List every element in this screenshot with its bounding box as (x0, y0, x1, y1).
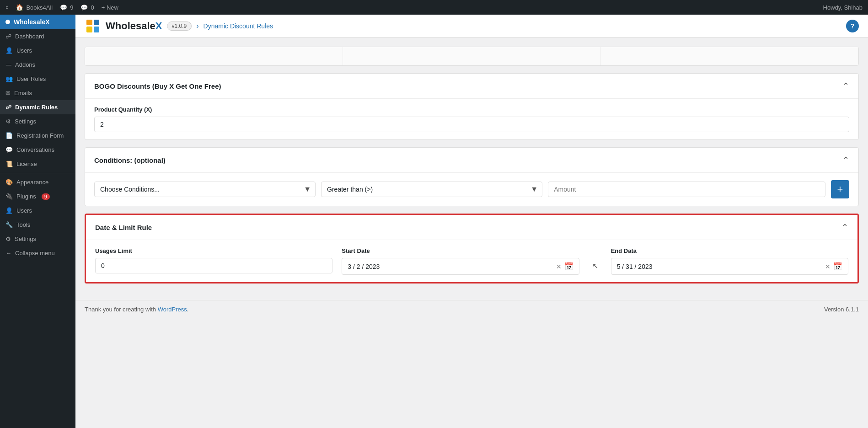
collapse-icon: ← (5, 250, 11, 257)
date-limit-title: Date & Limit Rule (95, 224, 152, 231)
logo-sq-yellow (86, 27, 92, 32)
start-date-wrapper: ✕ 📅 (342, 258, 579, 275)
placeholder-item-1 (85, 47, 343, 65)
breadcrumb-link[interactable]: Dynamic Discount Rules (204, 22, 273, 30)
sidebar-item-appearance[interactable]: 🎨 Appearance (0, 175, 75, 189)
brand-dot-icon (5, 20, 10, 24)
choose-conditions-select[interactable]: Choose Conditions... (94, 182, 316, 197)
amount-input[interactable] (548, 182, 825, 197)
users-icon: 👤 (5, 47, 13, 54)
dynamic-rules-icon: ☍ (5, 104, 11, 111)
cursor-icon: ↖ (592, 262, 598, 270)
appearance-icon: 🎨 (5, 179, 13, 186)
sidebar: WholesaleX ☍ Dashboard 👤 Users ⸻ Addons … (0, 15, 75, 428)
admin-bar: ▫ 🏠 Books4All 💬 9 💬 0 + New Howdy, Shiha… (0, 0, 868, 15)
choose-conditions-wrapper: Choose Conditions... ▼ (94, 182, 316, 197)
comments-link[interactable]: 💬 9 (60, 4, 73, 11)
logo-sq-blue-light (94, 27, 100, 32)
date-fields-row: Usages Limit Start Date ✕ 📅 (86, 240, 857, 282)
sidebar-item-addons[interactable]: ⸻ Addons (0, 58, 75, 72)
date-limit-card: Date & Limit Rule ⌃ Usages Limit Start D… (85, 214, 859, 284)
sidebar-item-user-roles[interactable]: 👥 User Roles (0, 72, 75, 86)
start-date-input[interactable] (348, 263, 554, 270)
license-icon: 📜 (5, 160, 13, 167)
plugins-icon: 🔌 (5, 193, 13, 200)
footer-text: Thank you for creating with WordPress. (85, 306, 188, 313)
addons-icon: ⸻ (5, 61, 11, 68)
sidebar-item-users-wp[interactable]: 👤 Users (0, 203, 75, 218)
quantity-label: Product Quantity (X) (94, 106, 849, 113)
start-date-calendar-icon[interactable]: 📅 (564, 262, 573, 271)
placeholder-item-2 (343, 47, 601, 65)
bogo-title: BOGO Discounts (Buy X Get One Free) (94, 82, 221, 90)
end-date-field: End Data ✕ 📅 (611, 247, 848, 275)
start-date-clear-icon[interactable]: ✕ (556, 263, 562, 270)
tools-icon: 🔧 (5, 221, 13, 228)
page-footer: Thank you for creating with WordPress. V… (75, 300, 868, 318)
conditions-card-header: Conditions: (optional) ⌃ (85, 148, 858, 173)
sidebar-item-conversations[interactable]: 💬 Conversations (0, 143, 75, 157)
bubbles-link[interactable]: 💬 0 (80, 4, 94, 11)
bogo-card-body: Product Quantity (X) (85, 99, 858, 139)
emails-icon: ✉ (5, 90, 11, 96)
operator-wrapper: Greater than (>)Less than (<)Equal to (=… (321, 182, 542, 197)
start-date-field: Start Date ✕ 📅 (342, 247, 579, 275)
sidebar-brand[interactable]: WholesaleX (0, 15, 75, 29)
site-name[interactable]: 🏠 Books4All (16, 4, 53, 11)
wholesalex-logo (85, 18, 101, 34)
sidebar-item-dynamic-rules[interactable]: ☍ Dynamic Rules (0, 100, 75, 114)
sidebar-item-plugins[interactable]: 🔌 Plugins 9 (0, 189, 75, 203)
bogo-card-header: BOGO Discounts (Buy X Get One Free) ⌃ (85, 74, 858, 99)
end-date-wrapper: ✕ 📅 (611, 258, 848, 275)
wp-logo[interactable]: ▫ (5, 3, 8, 12)
quantity-input[interactable] (94, 117, 849, 132)
end-date-clear-icon[interactable]: ✕ (825, 263, 830, 270)
page-content: BOGO Discounts (Buy X Get One Free) ⌃ Pr… (75, 37, 868, 300)
version-text: Version 6.1.1 (824, 306, 859, 313)
sidebar-item-tools[interactable]: 🔧 Tools (0, 218, 75, 232)
wordpress-link[interactable]: WordPress (158, 306, 187, 313)
placeholder-item-3 (601, 47, 858, 65)
conditions-collapse-icon[interactable]: ⌃ (842, 155, 849, 165)
registration-form-icon: 📄 (5, 132, 13, 139)
add-condition-button[interactable]: + (831, 180, 849, 198)
usages-limit-input[interactable] (95, 258, 332, 273)
howdy-text: Howdy, Shihab (823, 4, 863, 11)
date-limit-collapse-icon[interactable]: ⌃ (841, 222, 848, 232)
cursor-area: ↖ (589, 247, 602, 275)
sidebar-item-collapse[interactable]: ← Collapse menu (0, 246, 75, 260)
sidebar-divider (0, 173, 75, 173)
settings-wp-icon: ⚙ (5, 235, 11, 242)
users-wp-icon: 👤 (5, 207, 13, 214)
sidebar-item-settings[interactable]: ⚙ Settings (0, 114, 75, 128)
dashboard-icon: ☍ (5, 33, 11, 40)
bogo-card: BOGO Discounts (Buy X Get One Free) ⌃ Pr… (85, 73, 859, 140)
usages-limit-label: Usages Limit (95, 247, 332, 254)
version-badge: v1.0.9 (167, 21, 192, 31)
conversations-icon: 💬 (5, 146, 13, 153)
sidebar-item-dashboard[interactable]: ☍ Dashboard (0, 29, 75, 43)
end-date-calendar-icon[interactable]: 📅 (833, 262, 842, 271)
breadcrumb-separator: › (196, 22, 198, 30)
sidebar-item-users[interactable]: 👤 Users (0, 43, 75, 58)
operator-select[interactable]: Greater than (>)Less than (<)Equal to (=… (321, 182, 542, 197)
top-header: WholesaleX v1.0.9 › Dynamic Discount Rul… (75, 15, 868, 37)
sidebar-item-emails[interactable]: ✉ Emails (0, 86, 75, 100)
main-content: WholesaleX v1.0.9 › Dynamic Discount Rul… (75, 15, 868, 428)
settings-icon: ⚙ (5, 118, 11, 125)
logo-sq-orange (86, 20, 92, 26)
top-placeholder-cards (85, 47, 859, 66)
new-button[interactable]: + New (102, 4, 118, 11)
conditions-row: Choose Conditions... ▼ Greater than (>)L… (94, 180, 849, 198)
end-date-input[interactable] (617, 263, 823, 270)
bogo-collapse-icon[interactable]: ⌃ (842, 81, 849, 91)
plugins-badge: 9 (42, 193, 50, 200)
brand-name: WholesaleX (106, 20, 162, 32)
sidebar-item-settings-wp[interactable]: ⚙ Settings (0, 232, 75, 246)
sidebar-item-registration-form[interactable]: 📄 Registration Form (0, 128, 75, 143)
help-button[interactable]: ? (846, 20, 859, 32)
usages-limit-field: Usages Limit (95, 247, 332, 275)
conditions-card: Conditions: (optional) ⌃ Choose Conditio… (85, 147, 859, 206)
sidebar-item-license[interactable]: 📜 License (0, 157, 75, 171)
user-roles-icon: 👥 (5, 75, 13, 82)
